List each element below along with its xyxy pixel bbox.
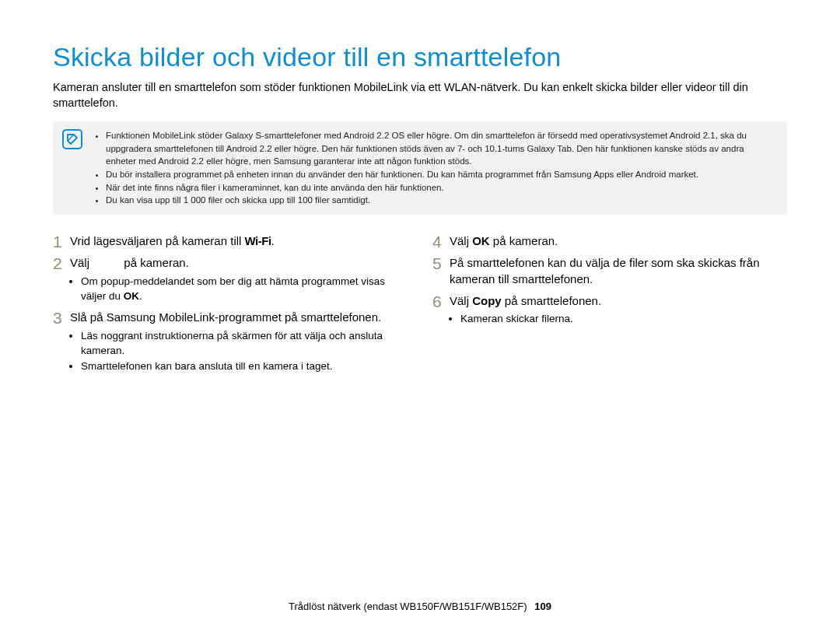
- step-4: 4 Välj OK på kameran.: [432, 233, 787, 249]
- step-text-part: Välj: [450, 234, 472, 247]
- step-text-part: Vrid lägesväljaren på kameran till: [70, 234, 245, 247]
- step-text: Välj OK på kameran.: [450, 233, 787, 249]
- step-text-part: på kameran.: [490, 234, 558, 247]
- step-number: 1: [53, 232, 62, 251]
- note-callout: Funktionen MobileLink stöder Galaxy S-sm…: [53, 121, 787, 215]
- right-column: 4 Välj OK på kameran. 5 På smarttelefone…: [432, 233, 787, 380]
- step-text: På smarttelefonen kan du välja de filer …: [450, 255, 787, 287]
- step-text: Vrid lägesväljaren på kameran till Wi-Fi…: [70, 233, 408, 249]
- page-footer: Trådlöst nätverk (endast WB150F/WB151F/W…: [0, 601, 840, 612]
- note-item: Du bör installera programmet på enheten …: [106, 168, 776, 181]
- bullet-item: Om popup-meddelandet som ber dig att häm…: [81, 275, 408, 304]
- step-6: 6 Välj Copy på smarttelefonen. Kameran s…: [432, 293, 787, 327]
- document-page: Skicka bilder och videor till en smartte…: [0, 0, 840, 634]
- bullet-item: Läs noggrant instruktionerna på skärmen …: [81, 329, 408, 359]
- step-3: 3 Slå på Samsung MobileLink-programmet p…: [53, 310, 408, 374]
- bullet-item: Smarttelefonen kan bara ansluta till en …: [81, 359, 408, 374]
- step-bold: Copy: [472, 294, 502, 307]
- intro-paragraph: Kameran ansluter till en smarttelefon so…: [53, 80, 787, 110]
- note-icon: [62, 129, 82, 149]
- step-number: 4: [432, 232, 442, 251]
- bullet-item: Kameran skickar filerna.: [460, 312, 787, 327]
- step-text-part: Välj: [70, 256, 93, 269]
- footer-section: Trådlöst nätverk (endast WB150F/WB151F/W…: [289, 601, 527, 612]
- steps-columns: 1 Vrid lägesväljaren på kameran till Wi-…: [53, 233, 787, 380]
- note-item: Funktionen MobileLink stöder Galaxy S-sm…: [106, 129, 776, 168]
- step-text: Välj Copy på smarttelefonen.: [450, 293, 787, 309]
- step-text: Välj på kameran.: [70, 255, 408, 271]
- step-text-part: .: [271, 234, 275, 247]
- page-number: 109: [534, 601, 551, 612]
- step-text-part: på kameran.: [121, 256, 189, 269]
- wifi-icon: Wi-Fi: [245, 234, 271, 247]
- step-number: 3: [53, 308, 62, 328]
- step-5: 5 På smarttelefonen kan du välja de file…: [432, 255, 787, 287]
- left-column: 1 Vrid lägesväljaren på kameran till Wi-…: [53, 233, 408, 380]
- step-text-part: på smarttelefonen.: [502, 294, 601, 307]
- note-item: När det inte finns några filer i kameram…: [106, 181, 776, 194]
- step-sub-bullets: Läs noggrant instruktionerna på skärmen …: [70, 329, 408, 375]
- page-title: Skicka bilder och videor till en smartte…: [53, 42, 787, 72]
- step-sub-bullets: Kameran skickar filerna.: [450, 312, 787, 327]
- bullet-text-part: .: [139, 290, 142, 302]
- bullet-bold: OK: [124, 290, 139, 302]
- step-number: 6: [432, 292, 442, 311]
- step-number: 2: [53, 254, 62, 273]
- step-bold: OK: [472, 234, 490, 247]
- step-text: Slå på Samsung MobileLink-programmet på …: [70, 310, 408, 325]
- note-item: Du kan visa upp till 1 000 filer och ski…: [106, 194, 776, 207]
- step-sub-bullets: Om popup-meddelandet som ber dig att häm…: [70, 275, 408, 304]
- step-2: 2 Välj på kameran. Om popup-meddelandet …: [53, 255, 408, 303]
- step-text-part: Välj: [450, 294, 472, 307]
- note-list: Funktionen MobileLink stöder Galaxy S-sm…: [96, 129, 776, 207]
- svg-line-0: [68, 135, 74, 141]
- step-number: 5: [432, 254, 442, 273]
- step-1: 1 Vrid lägesväljaren på kameran till Wi-…: [53, 233, 408, 249]
